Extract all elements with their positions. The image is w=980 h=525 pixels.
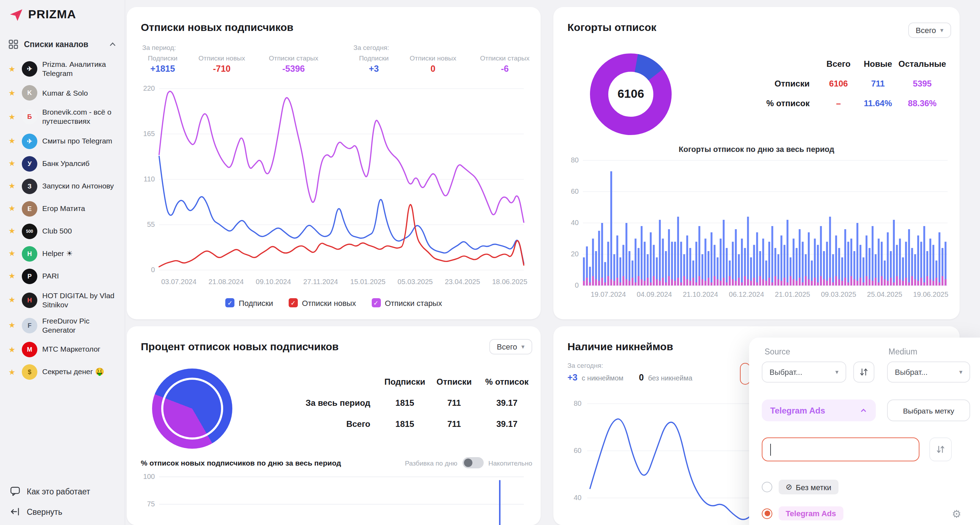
sidebar-footer: Как это работает Свернуть xyxy=(10,486,90,517)
percent-total: – xyxy=(818,98,859,108)
legend-checkbox-icon[interactable]: ✓ xyxy=(289,298,298,307)
favorite-star-icon[interactable]: ★ xyxy=(8,227,17,236)
channel-item-10[interactable]: ★HHOT DIGITAL by Vlad Sitnikov xyxy=(4,287,124,313)
channel-avatar: H xyxy=(22,292,37,308)
slash-circle-icon: ⊘ xyxy=(786,482,792,492)
card-nicknames-title: Наличие никнеймов xyxy=(568,340,673,352)
channel-item-8[interactable]: ★HHelper ☀ xyxy=(4,242,124,265)
favorite-star-icon[interactable]: ★ xyxy=(8,113,17,122)
channel-item-4[interactable]: ★УБанк Уралсиб xyxy=(4,152,124,175)
percent-daily-chart[interactable]: 10075 xyxy=(135,470,530,525)
legend-item-0[interactable]: ✓Подписки xyxy=(225,298,273,307)
channel-name: PARI xyxy=(42,271,115,281)
gear-icon[interactable]: ⚙ xyxy=(952,508,961,520)
total-percent: 39.17 xyxy=(477,419,536,429)
svg-text:09.10.2024: 09.10.2024 xyxy=(256,278,291,285)
svg-text:25.04.2025: 25.04.2025 xyxy=(867,290,902,298)
favorite-star-icon[interactable]: ★ xyxy=(8,181,17,190)
channel-name: Запуски по Антонову xyxy=(42,181,115,190)
telegram-ads-tag-button[interactable]: Telegram Ads xyxy=(762,400,876,421)
favorite-star-icon[interactable]: ★ xyxy=(8,321,17,330)
text-cursor xyxy=(770,444,771,456)
without-nickname-label: без никнейма xyxy=(648,374,692,382)
channel-item-12[interactable]: ★ММТС Маркетолог xyxy=(4,338,124,361)
channel-name: Смиты про Telegram xyxy=(42,136,115,146)
source-select[interactable]: Выбрат... ▾ xyxy=(762,362,846,382)
how-it-works-link[interactable]: Как это работает xyxy=(10,486,90,496)
channel-item-9[interactable]: ★PPARI xyxy=(4,265,124,287)
legend-checkbox-icon[interactable]: ✓ xyxy=(371,298,380,307)
radio-selected[interactable] xyxy=(762,508,772,519)
sort-icon xyxy=(935,444,945,454)
collapse-sidebar-link[interactable]: Свернуть xyxy=(10,506,90,517)
svg-text:21.10.2024: 21.10.2024 xyxy=(683,290,718,298)
favorite-star-icon[interactable]: ★ xyxy=(8,271,17,281)
channels-list-header[interactable]: Списки каналов xyxy=(8,40,117,49)
sort-tags-button[interactable] xyxy=(929,438,952,462)
channel-name: Bronevik.com - всё о путешествиях xyxy=(42,108,115,127)
without-nickname-value: 0 xyxy=(639,373,644,382)
channel-avatar: З xyxy=(22,178,37,194)
radio-unselected[interactable] xyxy=(762,482,772,492)
svg-text:27.11.2024: 27.11.2024 xyxy=(304,278,338,285)
percent-rest: 88.36% xyxy=(897,98,948,108)
svg-text:40: 40 xyxy=(574,494,582,501)
chevron-up-icon[interactable] xyxy=(108,40,117,49)
favorite-star-icon[interactable]: ★ xyxy=(8,136,17,146)
tag-search-input[interactable] xyxy=(762,438,920,462)
favorite-star-icon[interactable]: ★ xyxy=(8,64,17,73)
channel-avatar: 500 xyxy=(22,223,37,239)
channel-item-5[interactable]: ★ЗЗапуски по Антонову xyxy=(4,175,124,197)
nicknames-stats: +3 с никнеймом 0 без никнейма xyxy=(568,373,692,382)
today-stats: За сегодня: Подписки +3 Отписки новых 0 … xyxy=(353,44,538,74)
sort-button[interactable] xyxy=(853,362,874,382)
option-telegram-ads[interactable]: Telegram Ads xyxy=(762,506,843,520)
channel-item-1[interactable]: ★KKumar & Solo xyxy=(4,82,124,105)
svg-text:0: 0 xyxy=(151,266,155,274)
cohorts-filter-select[interactable]: Всего ▾ xyxy=(908,22,951,38)
col-subs-label: Подписки xyxy=(353,54,394,62)
channel-item-11[interactable]: ★FFreeDurov Pic Generator xyxy=(4,313,124,339)
channel-item-2[interactable]: ★БBronevik.com - всё о путешествиях xyxy=(4,105,124,130)
favorite-star-icon[interactable]: ★ xyxy=(8,249,17,258)
period-old-value: -5396 xyxy=(261,64,327,74)
unsubscribes-line-chart[interactable]: 22016511055003.07.202421.08.202409.10.20… xyxy=(135,80,530,291)
cohorts-table: Всего Новые Остальные Отписки 6106 711 5… xyxy=(759,59,948,108)
percent-filter-select[interactable]: Всего ▾ xyxy=(489,339,532,354)
channel-item-3[interactable]: ★✈Смиты про Telegram xyxy=(4,130,124,152)
favorite-star-icon[interactable]: ★ xyxy=(8,295,17,305)
no-label-pill[interactable]: ⊘ Без метки xyxy=(779,480,838,495)
cohorts-total-value: 6106 xyxy=(587,51,675,138)
analytics-dashboard: PRIZMA Списки каналов ★✈Prizma. Аналитик… xyxy=(0,0,980,525)
unsubs-total: 6106 xyxy=(818,79,859,89)
col-rest: Остальные xyxy=(897,59,948,69)
telegram-ads-pill[interactable]: Telegram Ads xyxy=(779,506,843,520)
legend-item-2[interactable]: ✓Отписки старых xyxy=(371,298,442,307)
legend-item-1[interactable]: ✓Отписки новых xyxy=(289,298,356,307)
favorite-star-icon[interactable]: ★ xyxy=(8,368,17,377)
favorite-star-icon[interactable]: ★ xyxy=(8,345,17,354)
channel-item-0[interactable]: ★✈Prizma. Аналитика Telegram xyxy=(4,56,124,82)
svg-text:21.01.2025: 21.01.2025 xyxy=(775,290,810,298)
channel-item-13[interactable]: ★$Секреты денег 🤑 xyxy=(4,361,124,383)
svg-text:60: 60 xyxy=(574,447,582,454)
channel-name: Банк Уралсиб xyxy=(42,159,115,168)
medium-select[interactable]: Выбрат... ▾ xyxy=(887,362,970,382)
channel-item-7[interactable]: ★500Club 500 xyxy=(4,220,124,242)
choose-label-button[interactable]: Выбрать метку xyxy=(887,400,970,421)
favorite-star-icon[interactable]: ★ xyxy=(8,89,17,98)
accumulate-toggle[interactable] xyxy=(462,457,483,468)
chevron-down-icon: ▾ xyxy=(521,343,525,350)
medium-select-value: Выбрат... xyxy=(895,368,928,376)
legend-checkbox-icon[interactable]: ✓ xyxy=(225,298,234,307)
col-new: Новые xyxy=(859,59,897,69)
favorite-star-icon[interactable]: ★ xyxy=(8,159,17,168)
svg-text:21.08.2024: 21.08.2024 xyxy=(208,278,243,285)
logo[interactable]: PRIZMA xyxy=(8,7,76,22)
cohorts-bar-chart[interactable]: 80604020019.07.202404.09.202421.10.20240… xyxy=(562,156,952,301)
channel-item-6[interactable]: ★ЕЕгор Матита xyxy=(4,197,124,220)
svg-text:15.01.2025: 15.01.2025 xyxy=(350,278,385,285)
favorite-star-icon[interactable]: ★ xyxy=(8,204,17,213)
channel-avatar: Б xyxy=(22,109,37,125)
option-no-label[interactable]: ⊘ Без метки xyxy=(762,480,838,495)
